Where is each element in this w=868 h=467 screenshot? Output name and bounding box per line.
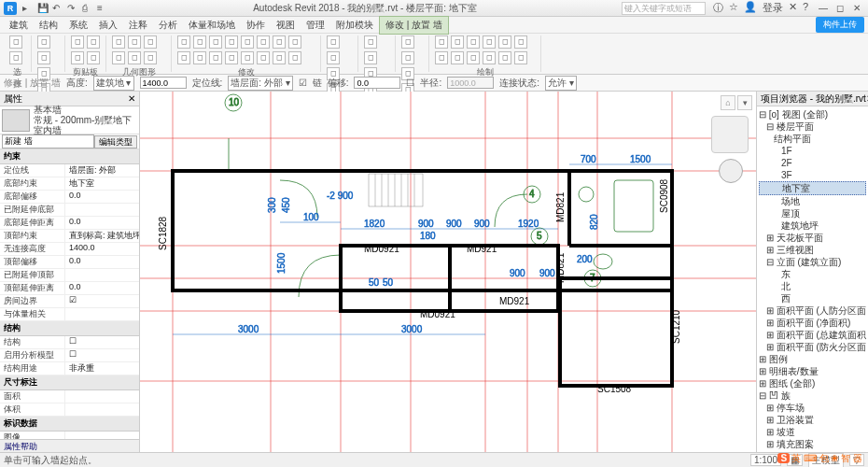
prop-row[interactable]: 与体量相关 xyxy=(0,308,139,321)
prop-value[interactable] xyxy=(65,390,139,403)
ribbon-tool-icon[interactable]: ◻ xyxy=(364,35,377,49)
prop-row[interactable]: 结构用途非承重 xyxy=(0,362,139,375)
ribbon-tool-icon[interactable]: ◻ xyxy=(498,51,511,64)
qat-print-icon[interactable]: ⎙ xyxy=(82,3,93,14)
prop-row[interactable]: 顶部约束直到标高: 建筑地坪 xyxy=(0,230,139,243)
instance-filter[interactable]: 新建 墙 xyxy=(2,134,94,149)
help-icon[interactable]: ? xyxy=(803,1,808,15)
prop-row[interactable]: 底部偏移0.0 xyxy=(0,191,139,204)
prop-row[interactable]: 启用分析模型☐ xyxy=(0,349,139,362)
properties-close-icon[interactable]: ✕ xyxy=(128,92,135,106)
tab-manage[interactable]: 管理 xyxy=(301,17,330,34)
ribbon-tool-icon[interactable]: ◻ xyxy=(87,35,100,49)
ribbon-tool-icon[interactable]: ◻ xyxy=(128,51,141,64)
ribbon-tool-icon[interactable]: ◻ xyxy=(9,51,22,64)
prop-row[interactable]: 定位线墙层面: 外部 xyxy=(0,164,139,177)
prop-category[interactable]: 结构 xyxy=(0,321,139,336)
ribbon-tool-icon[interactable]: ◻ xyxy=(112,35,125,49)
cloud-upload-button[interactable]: 构件上传 xyxy=(816,17,864,33)
prop-row[interactable]: 面积 xyxy=(0,390,139,403)
ribbon-tool-icon[interactable]: ◻ xyxy=(37,51,50,64)
tab-collab[interactable]: 协作 xyxy=(241,17,271,34)
properties-grid[interactable]: 约束定位线墙层面: 外部底部约束地下室底部偏移0.0已附延伸底部底部延伸距离0.… xyxy=(0,149,139,439)
opt-height-input[interactable] xyxy=(140,77,187,89)
prop-row[interactable]: 体积 xyxy=(0,403,139,417)
ribbon-tool-icon[interactable]: ◻ xyxy=(225,51,238,64)
tree-node[interactable]: ⊞ 停车场 xyxy=(759,402,866,414)
ribbon-tool-icon[interactable]: ◻ xyxy=(435,51,448,64)
opt-radius-input[interactable] xyxy=(447,77,494,89)
qat-open-icon[interactable]: ▸ xyxy=(22,3,34,14)
tree-node[interactable]: 西 xyxy=(759,292,866,304)
tab-addins[interactable]: 附加模块 xyxy=(330,17,379,34)
prop-value[interactable] xyxy=(65,432,139,439)
prop-row[interactable]: 顶部偏移0.0 xyxy=(0,256,139,269)
ribbon-tool-icon[interactable]: ◻ xyxy=(225,35,238,49)
viewcube[interactable] xyxy=(711,116,749,153)
prop-row[interactable]: 房间边界☑ xyxy=(0,295,139,308)
prop-row[interactable]: 结构☐ xyxy=(0,336,139,349)
tree-node[interactable]: ⊟ 凹 族 xyxy=(759,389,866,402)
tree-node[interactable]: ⊞ 图例 xyxy=(759,353,866,365)
help-search-input[interactable]: 键入关键字或短语 xyxy=(622,2,706,15)
tab-mass[interactable]: 体量和场地 xyxy=(183,17,241,34)
tab-sys[interactable]: 系统 xyxy=(63,17,93,34)
ribbon-tool-icon[interactable]: ◻ xyxy=(288,35,301,49)
prop-value[interactable]: 直到标高: 建筑地坪 xyxy=(65,230,139,242)
prop-value[interactable]: ☑ xyxy=(65,295,139,307)
ribbon-tool-icon[interactable]: ◻ xyxy=(467,35,480,49)
ribbon-tool-icon[interactable]: ◻ xyxy=(193,35,206,49)
exchange-icon[interactable]: ✕ xyxy=(789,1,797,15)
ribbon-tool-icon[interactable]: ◻ xyxy=(87,51,100,64)
prop-row[interactable]: 图像 xyxy=(0,432,139,439)
tree-node[interactable]: ⊞ 天花板平面 xyxy=(759,232,866,244)
ribbon-tool-icon[interactable]: ◻ xyxy=(288,51,301,64)
tree-node[interactable]: ⊞ 填充图案 xyxy=(759,438,866,450)
prop-row[interactable]: 已附延伸顶部 xyxy=(0,269,139,282)
ribbon-tool-icon[interactable]: ◻ xyxy=(514,51,527,64)
qat-redo-icon[interactable]: ↷ xyxy=(67,3,78,14)
ribbon-tool-icon[interactable]: ◻ xyxy=(128,35,141,49)
ribbon-tool-icon[interactable]: ◻ xyxy=(71,35,84,49)
ribbon-tool-icon[interactable]: ◻ xyxy=(37,35,50,49)
tree-node[interactable]: 北 xyxy=(759,280,866,292)
opt-locline-select[interactable]: 墙层面: 外部 ▾ xyxy=(228,76,292,91)
tab-insert[interactable]: 插入 xyxy=(93,17,123,34)
tab-modify-placewall[interactable]: 修改 | 放置 墙 xyxy=(379,16,449,35)
opt-offset-input[interactable] xyxy=(354,77,400,89)
prop-value[interactable]: 非承重 xyxy=(65,362,139,375)
ribbon-tool-icon[interactable]: ◻ xyxy=(177,35,190,49)
close-button[interactable]: ✕ xyxy=(849,3,864,13)
tab-view[interactable]: 视图 xyxy=(271,17,301,34)
prop-value[interactable]: ☐ xyxy=(65,349,139,361)
ribbon-tool-icon[interactable]: ◻ xyxy=(467,51,480,64)
tree-node[interactable]: 东 xyxy=(759,268,866,280)
tab-arch[interactable]: 建筑 xyxy=(4,17,34,34)
star-icon[interactable]: ☆ xyxy=(729,1,738,15)
prop-row[interactable]: 顶部延伸距离0.0 xyxy=(0,282,139,295)
ribbon-tool-icon[interactable]: ◻ xyxy=(514,35,527,49)
tree-node[interactable]: 3F xyxy=(759,169,866,181)
tree-node[interactable]: ⊞ 面积平面 (人防分区面积) xyxy=(759,304,866,317)
ribbon-tool-icon[interactable]: ◻ xyxy=(364,51,377,64)
qat-measure-icon[interactable]: ≡ xyxy=(97,3,108,14)
properties-help-link[interactable]: 属性帮助 xyxy=(0,439,139,452)
ribbon-tool-icon[interactable]: ◻ xyxy=(498,35,511,49)
edit-type-button[interactable]: 编辑类型 xyxy=(94,135,137,149)
tree-node[interactable]: 结构平面 xyxy=(759,133,866,145)
ribbon-tool-icon[interactable]: ◻ xyxy=(241,35,254,49)
tree-node[interactable]: 2F xyxy=(759,157,866,169)
prop-value[interactable] xyxy=(65,403,139,416)
tree-node[interactable]: ⊞ 坡道 xyxy=(759,426,866,438)
ribbon-tool-icon[interactable]: ◻ xyxy=(144,51,157,64)
tree-node[interactable]: ⊞ 卫浴装置 xyxy=(759,414,866,426)
login-label[interactable]: 登录 xyxy=(763,1,783,15)
maximize-button[interactable]: ◻ xyxy=(833,3,847,13)
ribbon-tool-icon[interactable]: ◻ xyxy=(112,51,125,64)
tree-node[interactable]: 场地 xyxy=(759,195,866,207)
ribbon-tool-icon[interactable]: ◻ xyxy=(241,51,254,64)
prop-value[interactable]: 地下室 xyxy=(65,177,139,190)
ribbon-tool-icon[interactable]: ◻ xyxy=(401,35,414,49)
qat-save-icon[interactable]: 💾 xyxy=(37,3,49,14)
prop-row[interactable]: 底部延伸距离0.0 xyxy=(0,217,139,230)
